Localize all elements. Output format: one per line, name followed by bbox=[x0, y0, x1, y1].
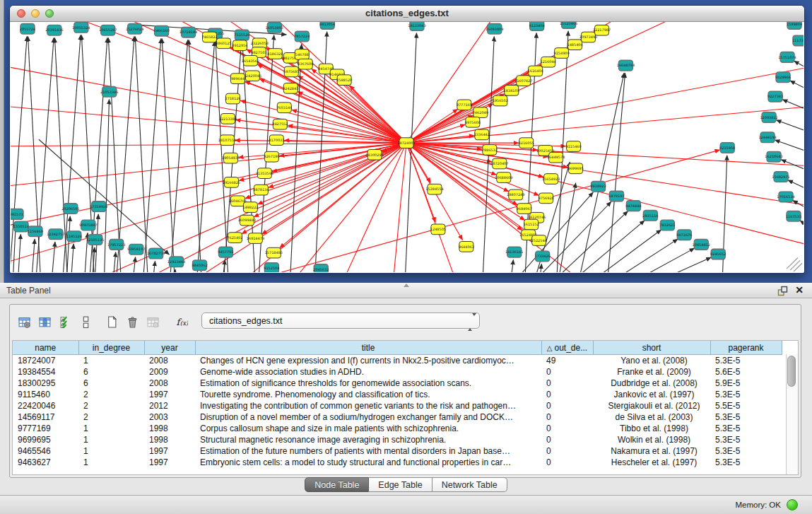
graph-node-yellow[interactable]: 9154909 bbox=[553, 48, 569, 59]
graph-node-yellow[interactable]: 9699695 bbox=[567, 163, 583, 174]
graph-node-yellow[interactable]: 16449578 bbox=[547, 152, 565, 163]
column-header-pagerank[interactable]: pagerank bbox=[710, 341, 782, 355]
graph-node-teal[interactable]: 6466160 bbox=[154, 25, 170, 36]
graph-node-teal[interactable]: 9245652 bbox=[710, 249, 726, 259]
graph-node-yellow[interactable]: 15654923 bbox=[542, 174, 560, 185]
table-row[interactable]: 1456911722003Disruption of a novel membe… bbox=[13, 411, 782, 423]
network-window-titlebar[interactable]: citations_edges.txt bbox=[10, 6, 804, 22]
graph-node-yellow[interactable]: 12213383 bbox=[219, 114, 237, 124]
graph-node-yellow[interactable]: 8427552 bbox=[272, 119, 288, 129]
graph-node-teal[interactable]: 14136141 bbox=[505, 247, 523, 257]
graph-node-teal[interactable]: 2935114 bbox=[642, 210, 658, 221]
graph-node-teal[interactable]: 9845062 bbox=[192, 260, 207, 271]
table-selector-dropdown[interactable]: citations_edges.txt bbox=[201, 313, 480, 329]
graph-node-yellow[interactable]: 18300295 bbox=[365, 149, 383, 160]
graph-node-yellow[interactable]: 18807249 bbox=[507, 189, 524, 200]
graph-node-teal[interactable]: 9123404 bbox=[529, 22, 545, 30]
graph-node-yellow[interactable]: 2718126 bbox=[225, 93, 240, 104]
citation-network-graph[interactable]: 2055724203914361005532410655287152760246… bbox=[11, 22, 804, 272]
graph-node-teal[interactable]: 1156869 bbox=[28, 226, 43, 237]
graph-node-yellow[interactable]: 7462049 bbox=[473, 107, 488, 118]
graph-node-teal[interactable]: 12505135 bbox=[86, 235, 104, 245]
graph-node-teal[interactable]: 16210643 bbox=[765, 151, 782, 162]
graph-node-teal[interactable]: 10854812 bbox=[693, 240, 710, 250]
graph-node-teal[interactable]: 991573 bbox=[11, 209, 23, 220]
select-rows-icon[interactable] bbox=[55, 313, 76, 332]
graph-node-yellow[interactable]: 4975608 bbox=[465, 117, 481, 127]
table-options-icon[interactable] bbox=[14, 313, 35, 332]
graph-node-yellow[interactable]: 11353594 bbox=[256, 168, 273, 179]
graph-node-yellow[interactable]: 2367608 bbox=[298, 59, 313, 69]
table-row[interactable]: 2242004622012Investigating the contribut… bbox=[13, 400, 782, 411]
graph-node-yellow[interactable]: 1616404 bbox=[528, 66, 543, 76]
network-view-canvas[interactable]: 2055724203914361005532410655287152760246… bbox=[11, 22, 804, 272]
graph-node-teal[interactable]: 1167533 bbox=[786, 211, 801, 221]
graph-node-teal[interactable]: 9227343 bbox=[767, 91, 783, 102]
graph-node-yellow[interactable]: 9684067 bbox=[517, 204, 532, 214]
tab-edge-table[interactable]: Edge Table bbox=[369, 477, 432, 492]
graph-node-teal[interactable]: 16782759 bbox=[147, 248, 165, 259]
graph-node-yellow[interactable]: 9644063 bbox=[459, 241, 474, 252]
graph-node-yellow[interactable]: 7986532 bbox=[482, 145, 498, 156]
graph-node-teal[interactable]: 16648784 bbox=[617, 60, 635, 71]
graph-node-yellow[interactable]: 12217987 bbox=[593, 25, 611, 35]
graph-node-yellow[interactable]: 1838105 bbox=[504, 85, 519, 95]
row-height-icon[interactable] bbox=[76, 313, 96, 332]
graph-node-yellow[interactable]: 7625402 bbox=[227, 233, 242, 243]
tab-network-table[interactable]: Network Table bbox=[433, 477, 507, 492]
table-row[interactable]: 946362711997Embryonic stem cells: a mode… bbox=[13, 457, 782, 468]
graph-node-teal[interactable]: 8938923 bbox=[590, 181, 606, 192]
graph-node-teal[interactable]: 93958107 bbox=[127, 244, 145, 255]
graph-node-yellow[interactable]: 16543562 bbox=[242, 55, 259, 66]
graph-node-teal[interactable]: 10655287 bbox=[99, 25, 117, 35]
graph-node-teal[interactable]: 17016534 bbox=[777, 192, 794, 202]
graph-node-yellow[interactable]: 1615152 bbox=[524, 219, 539, 230]
float-panel-icon[interactable] bbox=[777, 286, 788, 296]
table-row[interactable]: 977716911998Corpus callosum shape and si… bbox=[13, 423, 782, 434]
graph-node-yellow[interactable]: 1498222 bbox=[242, 202, 258, 213]
graph-node-yellow[interactable]: 10688609 bbox=[495, 173, 512, 183]
function-builder-icon[interactable]: f(x) bbox=[172, 313, 192, 332]
graph-node-teal[interactable]: 15276024 bbox=[126, 23, 143, 34]
graph-node-teal[interactable]: 12923468 bbox=[167, 257, 185, 267]
graph-node-teal[interactable]: 1117304 bbox=[792, 35, 804, 46]
graph-node-yellow[interactable]: 1956502 bbox=[493, 95, 508, 106]
graph-node-yellow[interactable]: 9267190 bbox=[264, 151, 279, 162]
graph-node-teal[interactable]: 1733426 bbox=[535, 251, 551, 262]
graph-node-yellow[interactable]: 9756928 bbox=[539, 193, 554, 204]
graph-node-yellow[interactable]: 8878134 bbox=[253, 185, 269, 195]
graph-node-yellow[interactable]: 22420046 bbox=[244, 71, 261, 81]
graph-node-teal[interactable]: 21053346 bbox=[100, 86, 118, 97]
graph-node-yellow[interactable]: 2522544 bbox=[531, 235, 547, 246]
create-column-icon[interactable] bbox=[102, 313, 122, 332]
graph-node-teal[interactable]: 1550514 bbox=[13, 221, 29, 232]
graph-node-teal[interactable]: 12444194 bbox=[758, 132, 776, 143]
table-row[interactable]: 1938455462009Genome-wide association stu… bbox=[13, 366, 782, 378]
graph-node-yellow[interactable]: 8860125 bbox=[216, 38, 231, 49]
graph-node-teal[interactable]: 18133043 bbox=[408, 22, 425, 30]
graph-node-teal[interactable]: 15123466 bbox=[560, 22, 577, 28]
graph-node-yellow[interactable]: 9777169 bbox=[457, 100, 472, 110]
graph-node-teal[interactable]: 1599804 bbox=[787, 22, 802, 29]
graph-node-yellow[interactable]: 8186328 bbox=[267, 49, 283, 59]
graph-node-teal[interactable]: 7857224 bbox=[294, 31, 310, 42]
graph-node-teal[interactable]: 8471676 bbox=[676, 230, 692, 240]
graph-node-yellow[interactable]: 19166825 bbox=[223, 177, 240, 188]
graph-node-yellow[interactable]: 2588520 bbox=[336, 75, 352, 86]
graph-node-teal[interactable]: 2055724 bbox=[20, 23, 35, 34]
graph-node-teal[interactable]: 7515526 bbox=[234, 30, 249, 40]
graph-node-teal[interactable]: 20391436 bbox=[45, 25, 63, 35]
table-row[interactable]: 969969511998Structural magnetic resonanc… bbox=[13, 434, 782, 445]
graph-node-yellow[interactable]: 8216055 bbox=[519, 138, 534, 148]
panel-drag-handle[interactable] bbox=[404, 284, 409, 287]
graph-node-yellow[interactable]: 9242845 bbox=[283, 83, 298, 94]
graph-node-yellow[interactable]: 5975685 bbox=[283, 66, 299, 77]
tab-node-table[interactable]: Node Table bbox=[305, 477, 369, 492]
graph-node-teal[interactable]: 6879197 bbox=[608, 191, 624, 201]
graph-node-teal[interactable]: 16053803 bbox=[266, 22, 283, 33]
graph-node-teal[interactable]: 12342757 bbox=[47, 229, 64, 240]
graph-node-teal[interactable]: 20206505 bbox=[61, 204, 79, 214]
column-header-name[interactable]: name bbox=[13, 341, 78, 355]
graph-node-yellow[interactable]: 15718485 bbox=[265, 247, 283, 258]
graph-node-teal[interactable]: 12093822 bbox=[760, 112, 777, 123]
